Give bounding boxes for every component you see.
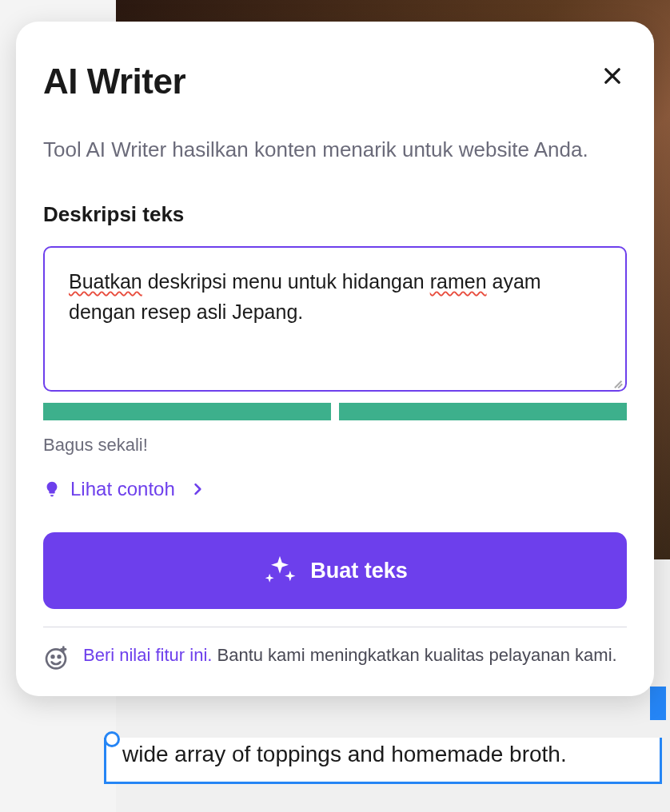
svg-point-4: [58, 656, 61, 659]
side-panel-edge[interactable]: [650, 687, 666, 720]
strength-indicator: [43, 403, 627, 420]
feedback-help-text: Bantu kami meningkatkan kualitas pelayan…: [217, 645, 617, 665]
feedback-text: Beri nilai fitur ini. Bantu kami meningk…: [83, 642, 617, 668]
modal-title: AI Writer: [43, 62, 185, 102]
svg-point-3: [52, 656, 54, 659]
resize-handle-icon[interactable]: [611, 376, 622, 387]
view-example-link[interactable]: Lihat contoh: [43, 478, 627, 500]
textarea-label: Deskripsi teks: [43, 202, 627, 227]
close-button[interactable]: [598, 62, 627, 90]
description-textarea[interactable]: Buatkan deskripsi menu untuk hidangan ra…: [69, 267, 601, 371]
modal-header: AI Writer: [43, 62, 627, 102]
rate-feature-link[interactable]: Beri nilai fitur ini.: [83, 645, 212, 665]
divider: [43, 627, 627, 627]
chevron-right-icon: [189, 481, 205, 497]
modal-description: Tool AI Writer hasilkan konten menarik u…: [43, 133, 627, 165]
sparkle-icon: [262, 553, 297, 588]
lightbulb-icon: [43, 480, 61, 498]
strength-text: Bagus sekali!: [43, 435, 627, 456]
strength-bar-2: [339, 403, 627, 420]
view-example-label: Lihat contoh: [70, 478, 175, 500]
smiley-plus-icon: [43, 645, 69, 671]
ai-writer-modal: AI Writer Tool AI Writer hasilkan konten…: [16, 22, 654, 696]
close-icon: [601, 65, 624, 87]
generate-text-button[interactable]: Buat teks: [43, 532, 627, 609]
editable-text-block[interactable]: wide array of toppings and homemade brot…: [104, 738, 662, 784]
description-textarea-wrapper[interactable]: Buatkan deskripsi menu untuk hidangan ra…: [43, 246, 627, 392]
generate-button-label: Buat teks: [310, 559, 408, 583]
feedback-row: Beri nilai fitur ini. Bantu kami meningk…: [43, 642, 627, 671]
strength-bar-1: [43, 403, 331, 420]
